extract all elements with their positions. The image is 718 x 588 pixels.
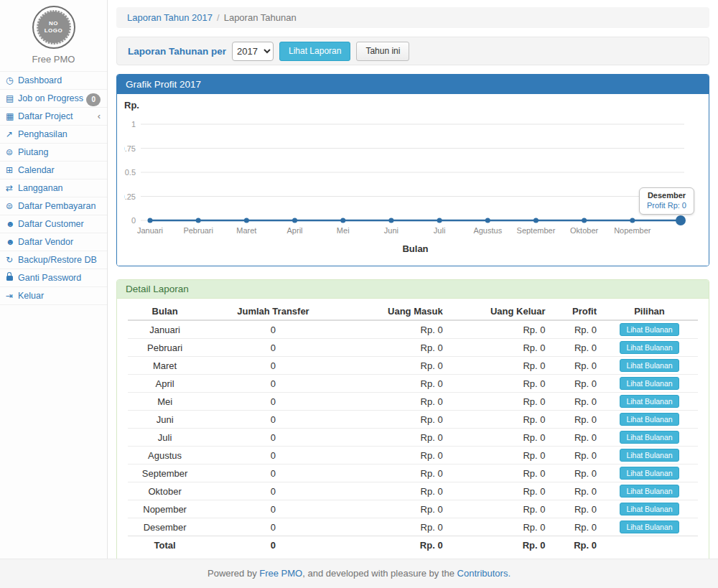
cell-uang_masuk: Rp. 0 [345, 429, 447, 447]
table-row: Nopember0Rp. 0Rp. 0Rp. 0Lihat Bulanan [128, 500, 698, 518]
data-point[interactable] [196, 218, 201, 223]
cell-pilihan: Lihat Bulanan [601, 357, 698, 375]
data-point[interactable] [388, 218, 393, 223]
year-select[interactable]: 2017 [232, 42, 274, 61]
sidebar-item-daftar-vendor[interactable]: ☻Daftar Vendor [0, 233, 107, 251]
data-point[interactable] [148, 218, 153, 223]
sidebar-item-calendar[interactable]: ⊞Calendar [0, 161, 107, 179]
y-tick-label: 1 [131, 120, 136, 129]
sidebar-item-daftar-customer[interactable]: ☻Daftar Customer [0, 215, 107, 233]
lihat-bulanan-button[interactable]: Lihat Bulanan [620, 431, 679, 444]
sidebar-item-label: Langganan [18, 183, 63, 193]
data-point[interactable] [292, 218, 297, 223]
cell-pilihan: Lihat Bulanan [601, 465, 698, 482]
cell-uang_masuk: Rp. 0 [345, 393, 447, 411]
breadcrumb-link[interactable]: Laporan Tahun 2017 [127, 12, 213, 23]
cell-uang_keluar: Rp. 0 [447, 320, 550, 339]
detail-table-body: Januari0Rp. 0Rp. 0Rp. 0Lihat BulananPebr… [128, 320, 698, 555]
lihat-bulanan-button[interactable]: Lihat Bulanan [620, 359, 679, 372]
cell-pilihan: Lihat Bulanan [601, 375, 698, 393]
lihat-bulanan-button[interactable]: Lihat Bulanan [620, 377, 679, 390]
lihat-bulanan-button[interactable]: Lihat Bulanan [620, 341, 679, 354]
column-header: Uang Keluar [447, 303, 550, 320]
cell-uang_masuk: Rp. 0 [345, 411, 447, 429]
lihat-bulanan-button[interactable]: Lihat Bulanan [620, 323, 679, 336]
x-tick-label: Juni [384, 226, 398, 235]
no-logo-seal-icon: NO LOGO [32, 6, 75, 49]
cell-pilihan: Lihat Bulanan [601, 429, 698, 447]
cell-profit: Rp. 0 [550, 357, 601, 375]
lihat-bulanan-button[interactable]: Lihat Bulanan [620, 467, 679, 480]
sidebar-item-keluar[interactable]: ⇥Keluar [0, 286, 107, 305]
cell-jumlah_transfer: 0 [202, 320, 345, 339]
footer-link-contributors[interactable]: Contributors. [457, 568, 510, 579]
sidebar-item-dashboard[interactable]: ◷Dashboard [0, 71, 107, 89]
sidebar-item-penghasilan[interactable]: ↗Penghasilan [0, 125, 107, 143]
money-icon: ⊜ [6, 146, 18, 158]
lihat-bulanan-button[interactable]: Lihat Bulanan [620, 449, 679, 462]
cell-uang_keluar: Rp. 0 [447, 500, 550, 518]
y-tick-label: 0.75 [124, 144, 136, 153]
lihat-bulanan-button[interactable]: Lihat Bulanan [620, 413, 679, 426]
profit-chart-panel: Grafik Profit 2017 Rp. 00.250.50.751Janu… [116, 74, 709, 266]
cell-bulan: Agustus [128, 447, 202, 465]
lihat-bulanan-button[interactable]: Lihat Bulanan [620, 503, 679, 515]
cell-uang_keluar: Rp. 0 [447, 375, 550, 393]
sidebar-item-label: Calendar [18, 165, 55, 175]
table-row: Juni0Rp. 0Rp. 0Rp. 0Lihat Bulanan [128, 411, 698, 429]
cell-pilihan: Lihat Bulanan [601, 482, 698, 500]
column-header: Pilihan [601, 303, 698, 320]
cell-profit: Rp. 0 [550, 339, 601, 357]
tasks-icon: ▤ [6, 93, 18, 104]
cell-bulan: Juni [128, 411, 202, 429]
data-point[interactable] [340, 218, 345, 223]
chart-panel-body: Rp. 00.250.50.751JanuariPebruariMaretApr… [117, 94, 709, 266]
sidebar-item-langganan[interactable]: ⇄Langganan [0, 179, 107, 197]
lihat-bulanan-button[interactable]: Lihat Bulanan [620, 521, 679, 533]
table-row: Pebruari0Rp. 0Rp. 0Rp. 0Lihat Bulanan [128, 339, 698, 357]
cell-uang_masuk: Rp. 0 [345, 465, 447, 482]
chart-y-axis-title: Rp. [124, 100, 701, 114]
sidebar-item-piutang[interactable]: ⊜Piutang [0, 143, 107, 161]
profit-line-chart[interactable]: 00.250.50.751JanuariPebruariMaretAprilMe… [124, 114, 699, 258]
cell-profit: Rp. 0 [550, 482, 601, 500]
lihat-bulanan-button[interactable]: Lihat Bulanan [620, 395, 679, 408]
data-point[interactable] [533, 218, 538, 223]
cell-bulan: Pebruari [128, 339, 202, 357]
data-point[interactable] [485, 218, 490, 223]
y-tick-label: 0 [131, 216, 136, 225]
sidebar-item-job-on-progress[interactable]: ▤Job on Progress0 [0, 89, 107, 107]
footer-link-free-pmo[interactable]: Free PMO [259, 568, 302, 579]
cell-profit: Rp. 0 [550, 320, 601, 339]
lihat-laporan-button[interactable]: Lihat Laporan [279, 42, 350, 61]
table-total-row: Total0Rp. 0Rp. 0Rp. 0 [128, 536, 698, 556]
data-point[interactable] [437, 218, 442, 223]
column-header: Jumlah Transfer [202, 303, 345, 320]
footer-middle: , and developed with pleasure by the [302, 568, 457, 579]
sidebar-item-daftar-pembayaran[interactable]: ⊜Daftar Pembayaran [0, 197, 107, 215]
data-point[interactable] [630, 218, 635, 223]
sidebar-item-daftar-project[interactable]: ▦Daftar Project‹ [0, 107, 107, 125]
x-tick-label: September [517, 226, 556, 235]
tahun-ini-button[interactable]: Tahun ini [356, 42, 409, 61]
cell-bulan: Desember [128, 518, 202, 536]
cell-pilihan: Lihat Bulanan [601, 518, 698, 536]
cell-uang_keluar: Rp. 0 [447, 339, 550, 357]
table-row: Desember0Rp. 0Rp. 0Rp. 0Lihat Bulanan [128, 518, 698, 536]
cell-profit: Rp. 0 [550, 375, 601, 393]
detail-laporan-panel: Detail Laporan BulanJumlah TransferUang … [116, 279, 709, 561]
cell-jumlah_transfer: 0 [202, 500, 345, 518]
cell-profit: Rp. 0 [550, 518, 601, 536]
cell-pilihan: Lihat Bulanan [601, 320, 698, 339]
sidebar-item-ganti-password[interactable]: Ganti Password [0, 269, 107, 286]
data-point[interactable] [244, 218, 249, 223]
data-point[interactable] [582, 218, 587, 223]
sidebar: NO LOGO Free PMO ◷Dashboard▤Job on Progr… [0, 0, 108, 559]
cell-uang_masuk: Rp. 0 [345, 375, 447, 393]
cell-jumlah_transfer: 0 [202, 447, 345, 465]
cell-uang_keluar: Rp. 0 [447, 429, 550, 447]
lihat-bulanan-button[interactable]: Lihat Bulanan [620, 485, 679, 498]
column-header: Bulan [128, 303, 202, 320]
data-point-highlighted[interactable] [676, 215, 686, 225]
sidebar-item-backup-restore-db[interactable]: ↻Backup/Restore DB [0, 251, 107, 269]
